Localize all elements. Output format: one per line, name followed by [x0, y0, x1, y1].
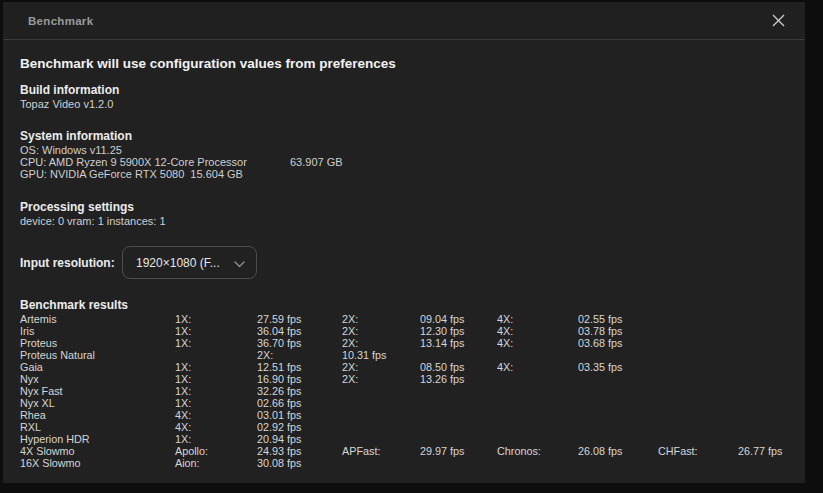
result-row-cell: 4X: — [497, 325, 578, 337]
processing-settings-line: device: 0 vram: 1 instances: 1 — [20, 215, 787, 227]
result-row-cell — [578, 349, 658, 361]
result-row-cell — [738, 373, 787, 385]
result-row-cell: 02.55 fps — [578, 313, 658, 325]
result-row-cell — [738, 421, 787, 433]
result-row-cell: 2X: — [342, 325, 420, 337]
result-row-cell — [738, 313, 787, 325]
result-row-cell — [342, 397, 420, 409]
results-table: Artemis1X:27.59 fps2X:09.04 fps4X:02.55 … — [20, 313, 787, 469]
result-row-cell — [578, 397, 658, 409]
result-row-cell: 2X: — [342, 361, 420, 373]
chevron-down-icon — [234, 254, 245, 272]
result-row-cell: 03.35 fps — [578, 361, 658, 373]
dialog-titlebar: Benchmark — [3, 2, 805, 40]
result-row-cell: 16.90 fps — [257, 373, 342, 385]
result-row-cell: 4X: — [497, 337, 578, 349]
result-row-cell: 03.01 fps — [257, 409, 342, 421]
result-row-cell: 2X: — [342, 373, 420, 385]
result-row-cell: 20.94 fps — [257, 433, 342, 445]
result-row-cell: 2X: — [342, 313, 420, 325]
result-row-cell: 4X: — [497, 313, 578, 325]
close-icon[interactable] — [767, 10, 789, 32]
result-row-cell — [738, 337, 787, 349]
result-row-cell — [497, 457, 578, 469]
result-row-cell — [578, 457, 658, 469]
result-row-name: Nyx — [20, 373, 175, 385]
result-row-cell — [342, 409, 420, 421]
result-row-cell: 29.97 fps — [420, 445, 497, 457]
cpu-line: CPU: AMD Ryzen 9 5900X 12-Core Processor… — [20, 156, 787, 168]
cpu-ram: 63.907 GB — [290, 156, 343, 168]
result-row-cell — [497, 373, 578, 385]
result-row-cell: 02.92 fps — [257, 421, 342, 433]
result-row-cell — [420, 433, 497, 445]
benchmark-dialog: Benchmark Benchmark will use configurati… — [3, 2, 805, 483]
result-row-cell — [738, 385, 787, 397]
dialog-title: Benchmark — [28, 15, 93, 27]
result-row-cell: 1X: — [175, 385, 257, 397]
processing-settings-title: Processing settings — [20, 201, 787, 214]
result-row-cell — [738, 325, 787, 337]
result-row-cell: CHFast: — [658, 445, 738, 457]
result-row-name: Nyx XL — [20, 397, 175, 409]
result-row-cell — [738, 457, 787, 469]
result-row-name: Iris — [20, 325, 175, 337]
benchmark-results-title: Benchmark results — [20, 299, 787, 312]
result-row-cell: APFast: — [342, 445, 420, 457]
result-row-cell: 1X: — [175, 313, 257, 325]
dialog-content: Benchmark will use configuration values … — [3, 56, 805, 469]
result-row-cell: 27.59 fps — [257, 313, 342, 325]
result-row-cell: 1X: — [175, 373, 257, 385]
result-row-cell — [342, 457, 420, 469]
input-resolution-value: 1920×1080 (F... — [136, 256, 220, 270]
result-row-cell — [658, 349, 738, 361]
result-row-cell: 4X: — [175, 421, 257, 433]
result-row-cell: 03.78 fps — [578, 325, 658, 337]
result-row-cell — [420, 409, 497, 421]
result-row-cell: 09.04 fps — [420, 313, 497, 325]
result-row-cell: 4X: — [175, 409, 257, 421]
result-row-cell: Apollo: — [175, 445, 257, 457]
result-row-cell — [578, 421, 658, 433]
result-row-cell: 02.66 fps — [257, 397, 342, 409]
result-row-name: Artemis — [20, 313, 175, 325]
result-row-cell: 1X: — [175, 337, 257, 349]
result-row-cell — [658, 385, 738, 397]
result-row-cell: 12.30 fps — [420, 325, 497, 337]
result-row-cell: 36.70 fps — [257, 337, 342, 349]
result-row-cell — [497, 433, 578, 445]
result-row-cell: 12.51 fps — [257, 361, 342, 373]
result-row-cell — [175, 349, 257, 361]
result-row-cell: 2X: — [257, 349, 342, 361]
input-resolution-dropdown[interactable]: 1920×1080 (F... — [122, 246, 257, 279]
build-info-title: Build information — [20, 84, 787, 97]
result-row-name: Proteus — [20, 337, 175, 349]
system-info-title: System information — [20, 130, 787, 143]
result-row-cell: 24.93 fps — [257, 445, 342, 457]
result-row-cell — [497, 409, 578, 421]
result-row-cell — [738, 409, 787, 421]
result-row-name: Hyperion HDR — [20, 433, 175, 445]
result-row-name: Rhea — [20, 409, 175, 421]
result-row-name: 16X Slowmo — [20, 457, 175, 469]
result-row-cell — [658, 325, 738, 337]
result-row-cell — [497, 421, 578, 433]
result-row-cell — [658, 409, 738, 421]
result-row-cell — [738, 361, 787, 373]
result-row-cell: 32.26 fps — [257, 385, 342, 397]
result-row-cell: 08.50 fps — [420, 361, 497, 373]
result-row-cell — [658, 361, 738, 373]
result-row-cell: 1X: — [175, 397, 257, 409]
page-title: Benchmark will use configuration values … — [20, 56, 787, 71]
os-line: OS: Windows v11.25 — [20, 144, 787, 156]
result-row-cell — [578, 409, 658, 421]
result-row-cell — [342, 385, 420, 397]
result-row-cell — [658, 421, 738, 433]
result-row-cell: 1X: — [175, 361, 257, 373]
cpu-name: CPU: AMD Ryzen 9 5900X 12-Core Processor — [20, 156, 290, 168]
result-row-cell — [658, 397, 738, 409]
input-resolution-label: Input resolution: — [20, 256, 122, 270]
result-row-cell: 13.26 fps — [420, 373, 497, 385]
result-row-name: Nyx Fast — [20, 385, 175, 397]
result-row-cell: Aion: — [175, 457, 257, 469]
